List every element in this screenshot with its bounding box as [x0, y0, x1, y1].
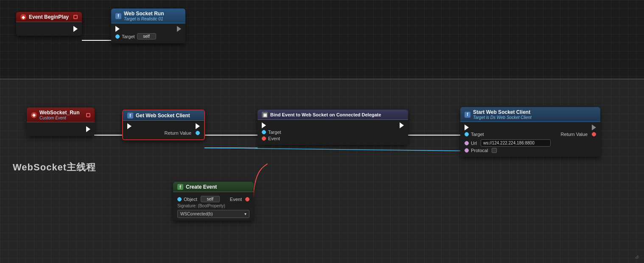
- protocal-label: Protocal: [471, 148, 488, 153]
- event-beginplay-indicator: [73, 15, 78, 19]
- exec-out-row: [20, 26, 78, 32]
- return-val-row: Return Value: [127, 130, 200, 136]
- target-value[interactable]: self: [137, 33, 156, 40]
- ws-run-custom-body: [27, 122, 95, 136]
- top-canvas: [0, 0, 644, 79]
- websocket-run-header: f Web Socket Run Target is Realistic 01: [111, 8, 185, 23]
- exec-out-pin: [73, 26, 78, 32]
- return-pin: [592, 132, 596, 136]
- event-icon: ◆: [20, 14, 26, 20]
- exec-out-pin: [592, 124, 596, 130]
- exec-out-pin: [400, 122, 404, 128]
- websocket-run-exec-row: [115, 26, 181, 32]
- start-wsclient-title: Start Web Socket Client: [473, 109, 532, 115]
- func-icon-create: f: [177, 184, 183, 190]
- exec-in-pin: [127, 123, 132, 129]
- target-label: Target: [471, 132, 484, 137]
- start-exec-row: [465, 124, 596, 130]
- exec-in-pin: [465, 124, 469, 130]
- get-wsclient-body: Return Value: [123, 121, 204, 139]
- protocal-checkbox[interactable]: [492, 148, 497, 153]
- node-websocket-run[interactable]: f Web Socket Run Target is Realistic 01 …: [111, 8, 185, 43]
- exec-in-pin: [115, 26, 120, 32]
- exec-out-pin: [196, 123, 200, 129]
- exec-in-pin: [262, 122, 266, 128]
- target-pin: [115, 34, 120, 39]
- target-pin: [465, 132, 469, 136]
- url-pin: [465, 141, 469, 145]
- url-row: Url ws://124.222.224.186:8800: [465, 139, 596, 147]
- event-beginplay-title: Event BeginPlay: [29, 14, 69, 20]
- function-dropdown[interactable]: WSConnected(b) ▾: [177, 210, 249, 218]
- get-wsclient-exec-row: [127, 123, 200, 129]
- websocket-run-body: Target self: [111, 23, 185, 43]
- event-out-pin: [245, 197, 249, 201]
- target-label: Target: [122, 34, 135, 39]
- bind-event-title: Bind Event to Web Socket on Connected De…: [270, 112, 381, 117]
- bind-event-row: Event: [262, 136, 404, 141]
- get-wsclient-title: Get Web Socket Client: [136, 113, 190, 119]
- exec-out-row: [31, 126, 90, 132]
- node-ws-run-custom[interactable]: ◆ WebSocket_Run Custom Event: [27, 107, 95, 136]
- signature-label: Signature: (BoolProperty): [177, 204, 225, 208]
- func-icon-start: f: [465, 112, 470, 118]
- function-value: WSConnected(b): [180, 212, 213, 216]
- section-label: WebSocket主线程: [13, 161, 96, 174]
- create-event-title: Create Event: [186, 184, 217, 190]
- return-label: Return Value: [165, 130, 191, 136]
- exec-out-pin: [177, 26, 181, 32]
- func-icon-get: f: [127, 113, 133, 119]
- object-label: Object: [184, 197, 197, 202]
- url-value[interactable]: ws://124.222.224.186:8800: [481, 139, 551, 147]
- target-pin: [262, 130, 266, 134]
- object-row: Object self Event: [177, 196, 249, 202]
- ws-run-title: WebSocket_Run: [39, 110, 79, 116]
- node-start-wsclient[interactable]: f Start Web Socket Client Target is Ds W…: [460, 107, 600, 157]
- return-value-pin: [196, 131, 200, 135]
- object-pin: [177, 197, 182, 201]
- object-value[interactable]: self: [201, 196, 220, 202]
- create-event-header: f Create Event: [173, 182, 254, 192]
- node-create-event[interactable]: f Create Event Object self Event Signatu…: [173, 182, 254, 221]
- func-icon: f: [115, 13, 121, 19]
- event-pin: [262, 136, 266, 141]
- protocal-row: Protocal: [465, 148, 596, 153]
- target-label: Target: [268, 130, 281, 135]
- websocket-run-subtitle: Target is Realistic 01: [124, 17, 164, 21]
- bottom-canvas: WebSocket主线程: [0, 79, 644, 263]
- url-label: Url: [471, 141, 477, 146]
- start-target-row: Target: [465, 132, 484, 137]
- websocket-run-title: Web Socket Run: [124, 11, 164, 17]
- event-icon-custom: ◆: [31, 112, 37, 118]
- event-label: Event: [230, 197, 242, 202]
- bind-target-row: Target: [262, 130, 404, 135]
- macro-icon: ▣: [262, 112, 268, 118]
- ws-run-indicator: [86, 113, 90, 117]
- start-target-return-row: Target Return Value: [465, 130, 596, 138]
- bind-exec-row: [262, 122, 404, 128]
- event-label: Event: [268, 136, 280, 141]
- start-wsclient-subtitle: Target is Ds Web Socket Client: [473, 115, 532, 120]
- get-wsclient-header: f Get Web Socket Client: [123, 110, 204, 121]
- target-row: Target self: [115, 33, 181, 40]
- event-beginplay-body: [16, 22, 82, 36]
- ws-run-subtitle: Custom Event: [39, 116, 79, 120]
- event-beginplay-header: ◆ Event BeginPlay: [16, 12, 82, 22]
- bind-event-header: ▣ Bind Event to Web Socket on Connected …: [258, 110, 408, 120]
- node-get-wsclient[interactable]: f Get Web Socket Client Return Value: [122, 110, 205, 140]
- protocal-pin: [465, 148, 469, 153]
- exec-out-pin: [86, 126, 90, 132]
- start-wsclient-header: f Start Web Socket Client Target is Ds W…: [460, 107, 600, 122]
- resize-handle[interactable]: ⊿: [635, 254, 641, 260]
- ws-run-custom-header: ◆ WebSocket_Run Custom Event: [27, 107, 95, 122]
- create-event-body: Object self Event Signature: (BoolProper…: [173, 192, 254, 221]
- return-val-row: Return Value: [561, 132, 596, 137]
- dropdown-arrow: ▾: [244, 212, 246, 216]
- start-wsclient-body: Target Return Value Url ws://124.222.224…: [460, 122, 600, 157]
- node-bind-event[interactable]: ▣ Bind Event to Web Socket on Connected …: [258, 110, 408, 145]
- return-label: Return Value: [561, 132, 588, 137]
- node-event-beginplay[interactable]: ◆ Event BeginPlay: [16, 12, 82, 36]
- signature-row: Signature: (BoolProperty): [177, 204, 249, 208]
- bind-event-body: Target Event: [258, 120, 408, 145]
